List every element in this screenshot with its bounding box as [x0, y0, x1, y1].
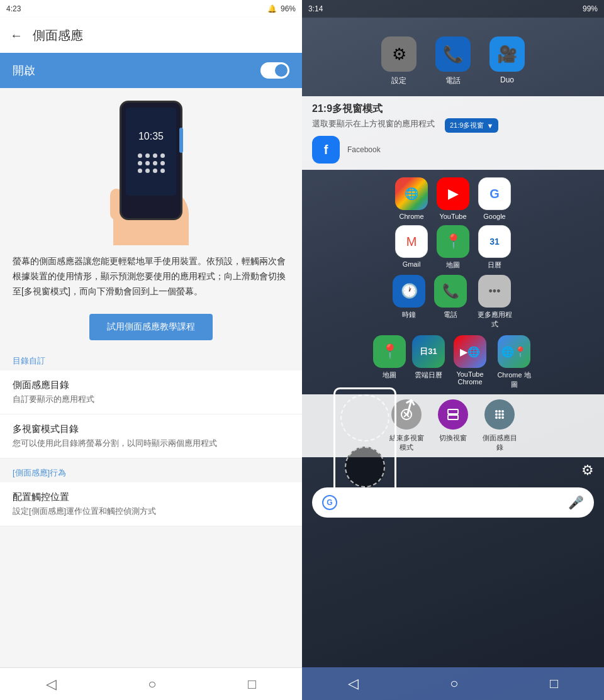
- status-bar-left: 4:23 🔔 96%: [0, 0, 302, 18]
- app-duo[interactable]: 🎥 Duo: [489, 36, 525, 86]
- app-maps2[interactable]: 📍 地圖: [373, 335, 406, 389]
- youtube-chrome-label: YouTube Chrome: [451, 370, 489, 386]
- svg-rect-3: [448, 409, 458, 414]
- side-menu-label: 側面感應目錄: [481, 433, 518, 452]
- apps-row-bottom: 📍 地圖 日31 雲端日曆 ▶🌐 YouTube Chrome 🌐📍 Chrom…: [302, 331, 604, 393]
- youtube-chrome-icon: ▶🌐: [454, 335, 486, 368]
- app-calendar[interactable]: 31 日曆: [478, 225, 511, 270]
- svg-point-10: [501, 413, 504, 416]
- app-phone[interactable]: 📞 電話: [435, 36, 471, 86]
- gmail-icon: M: [395, 225, 428, 258]
- item2-subtitle: 您可以使用此目錄將螢幕分割，以同時顯示兩個應用程式: [13, 438, 289, 449]
- item1-subtitle: 自訂要顯示的應用程式: [13, 394, 289, 405]
- list-item-touch-config[interactable]: 配置觸控位置 設定[側面感應]運作位置和觸控偵測方式: [0, 482, 302, 526]
- multiwindow-badge[interactable]: 21:9多視窗 ▼: [445, 118, 498, 133]
- item1-title: 側面感應目錄: [13, 379, 289, 391]
- app-youtube[interactable]: ▶ YouTube: [437, 177, 469, 220]
- apps-row-1: 🌐 Chrome ▶ YouTube G Google: [302, 174, 604, 223]
- description-text: 螢幕的側面感應器讓您能更輕鬆地單手使用裝置。依預設，輕觸兩次會根據裝置的使用情形…: [0, 245, 302, 308]
- app-phone2[interactable]: 📞 電話: [434, 275, 467, 329]
- app-youtube-chrome[interactable]: ▶🌐 YouTube Chrome: [451, 335, 489, 389]
- item2-title: 多視窗模式目錄: [13, 423, 289, 435]
- chrome-maps-icon: 🌐📍: [498, 335, 530, 368]
- app-clock[interactable]: 🕐 時鐘: [393, 275, 425, 329]
- chrome-icon: 🌐: [395, 177, 428, 210]
- back-button[interactable]: ←: [10, 28, 23, 43]
- list-item-multiwindow-menu[interactable]: 多視窗模式目錄 您可以使用此目錄將螢幕分割，以同時顯示兩個應用程式: [0, 414, 302, 458]
- toggle-label: 開啟: [13, 63, 35, 78]
- recents-nav-right[interactable]: □: [550, 675, 558, 692]
- svg-point-6: [498, 410, 501, 413]
- svg-point-7: [501, 410, 504, 413]
- side-icon-circle: [484, 399, 515, 430]
- clock-icon: 🕐: [393, 275, 425, 308]
- maps-icon: 📍: [437, 225, 469, 258]
- section1-label: 目錄自訂: [0, 347, 302, 370]
- app-maps[interactable]: 📍 地圖: [437, 225, 469, 270]
- app-cloud-calendar[interactable]: 日31 雲端日曆: [412, 335, 445, 389]
- mic-icon[interactable]: 🎤: [568, 495, 584, 510]
- time-left: 4:23: [6, 4, 21, 13]
- duo-label: Duo: [500, 75, 514, 84]
- app-chrome-maps[interactable]: 🌐📍 Chrome 地圖: [495, 335, 533, 389]
- list-item-side-menu[interactable]: 側面感應目錄 自訂要顯示的應用程式: [0, 370, 302, 414]
- toggle-bar[interactable]: 開啟: [0, 53, 302, 88]
- facebook-icon[interactable]: f: [312, 136, 340, 164]
- settings-icon-circle: ⚙: [381, 36, 417, 72]
- svg-point-9: [498, 413, 501, 416]
- phone-frame-overlay: [333, 387, 396, 494]
- recents-nav-icon[interactable]: □: [248, 676, 256, 692]
- time-right: 3:14: [308, 4, 323, 13]
- home-nav-icon[interactable]: ○: [148, 676, 156, 692]
- svg-rect-4: [448, 415, 458, 419]
- google-g-icon: G: [322, 495, 337, 510]
- section2-label: [側面感應]行為: [0, 458, 302, 482]
- apps-row-3: 🕐 時鐘 📞 電話 ••• 更多應用程式: [302, 272, 604, 331]
- switch-label: 切換視窗: [439, 433, 467, 443]
- phone-image: 10:35: [94, 101, 208, 239]
- phone-illustration: 10:35: [0, 88, 302, 245]
- maps2-label: 地圖: [383, 370, 396, 380]
- apps-row-2: M Gmail 📍 地圖 31 日曆: [302, 223, 604, 272]
- volume-icon: 🔔: [267, 4, 277, 13]
- facebook-label: Facebook: [347, 145, 381, 154]
- duo-icon-circle: 🎥: [489, 36, 525, 72]
- home-nav-right[interactable]: ○: [450, 675, 458, 692]
- page-title: 側面感應: [33, 27, 83, 44]
- phone2-icon: 📞: [434, 275, 467, 308]
- svg-point-8: [495, 413, 498, 416]
- gmail-label: Gmail: [403, 260, 421, 268]
- cloud-calendar-icon: 日31: [412, 335, 445, 368]
- switch-window-btn[interactable]: 切換視窗: [438, 399, 468, 443]
- svg-point-5: [495, 410, 498, 413]
- app-more[interactable]: ••• 更多應用程式: [476, 275, 513, 329]
- top-icons-row: ⚙ 設定 📞 電話 🎥 Duo: [302, 18, 604, 92]
- settings-label: 設定: [391, 75, 406, 86]
- phone-label: 電話: [445, 75, 461, 86]
- app-google[interactable]: G Google: [478, 177, 511, 220]
- nav-bar-right: ◁ ○ □: [302, 667, 604, 700]
- toggle-knob: [275, 64, 288, 77]
- back-nav-icon[interactable]: ◁: [46, 676, 57, 692]
- side-menu-btn[interactable]: 側面感應目錄: [481, 399, 518, 452]
- status-bar-right: 3:14 99%: [302, 0, 604, 18]
- app-gmail[interactable]: M Gmail: [395, 225, 428, 270]
- trial-button[interactable]: 試用側面感應教學課程: [89, 314, 213, 340]
- svg-point-13: [501, 416, 504, 419]
- multiwindow-section: 21:9多視窗模式 選取要顯示在上方視窗的應用程式 f Facebook 21:…: [302, 96, 604, 170]
- battery-right: 99%: [583, 4, 598, 13]
- chrome-label: Chrome: [399, 213, 423, 220]
- svg-point-12: [498, 416, 501, 419]
- left-panel: 4:23 🔔 96% ← 側面感應 開啟 10:35: [0, 0, 302, 700]
- app-chrome[interactable]: 🌐 Chrome: [395, 177, 428, 220]
- toggle-switch[interactable]: [260, 62, 289, 79]
- chrome-maps-label: Chrome 地圖: [495, 370, 533, 389]
- gear-icon[interactable]: ⚙: [581, 462, 594, 479]
- item3-subtitle: 設定[側面感應]運作位置和觸控偵測方式: [13, 506, 289, 517]
- calendar-icon: 31: [478, 225, 511, 258]
- phone2-label: 電話: [444, 310, 457, 319]
- back-nav-right[interactable]: ◁: [348, 675, 359, 692]
- app-settings[interactable]: ⚙ 設定: [381, 36, 417, 86]
- google-label: Google: [483, 213, 505, 220]
- more-icon: •••: [478, 275, 511, 308]
